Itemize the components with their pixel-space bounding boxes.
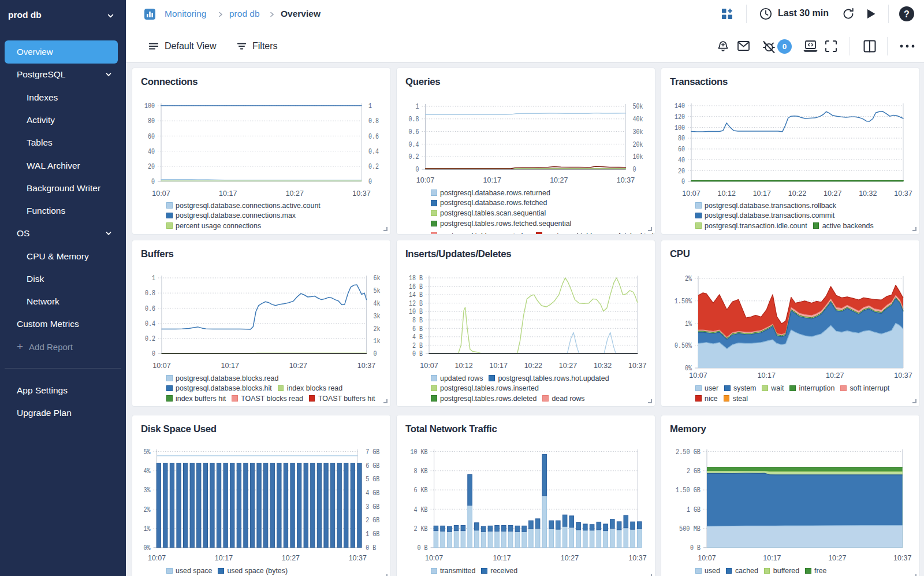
svg-text:10:37: 10:37 [628,554,646,562]
svg-text:10:37: 10:37 [894,371,912,380]
svg-text:0.4: 0.4 [368,147,379,156]
svg-text:1 GB: 1 GB [366,530,379,538]
svg-text:10:37: 10:37 [617,176,635,184]
svg-text:0.8: 0.8 [368,117,379,125]
svg-text:100: 100 [144,102,155,110]
svg-text:0 B: 0 B [418,544,428,552]
svg-text:0: 0 [633,165,636,174]
svg-text:10:32: 10:32 [859,189,877,198]
svg-text:100: 100 [675,124,685,132]
svg-text:10 KB: 10 KB [411,448,428,456]
svg-text:0: 0 [151,177,155,186]
svg-text:2 B: 2 B [412,341,423,350]
svg-text:0.6: 0.6 [145,304,155,313]
svg-text:10:07: 10:07 [148,554,166,562]
svg-text:80: 80 [148,117,155,125]
svg-text:2 GB: 2 GB [687,467,701,475]
svg-text:4%: 4% [144,467,151,475]
svg-text:0.2: 0.2 [409,153,419,161]
svg-text:16 B: 16 B [409,283,423,291]
svg-text:0.4: 0.4 [145,319,155,328]
svg-text:5%: 5% [144,448,151,456]
svg-text:10:07: 10:07 [425,554,443,562]
svg-text:10:22: 10:22 [524,362,542,370]
svg-text:1.50 GB: 1.50 GB [676,486,701,495]
svg-text:10:07: 10:07 [420,362,438,370]
svg-text:10:07: 10:07 [152,362,170,370]
svg-text:0%: 0% [144,544,151,552]
svg-text:1 GB: 1 GB [687,506,701,514]
svg-text:0.50%: 0.50% [675,341,692,350]
svg-text:10:27: 10:27 [286,189,304,198]
svg-text:10:17: 10:17 [753,189,771,198]
svg-text:10:37: 10:37 [628,362,646,370]
svg-text:10:27: 10:27 [282,554,300,562]
svg-text:10:27: 10:27 [828,554,846,562]
svg-text:40: 40 [678,156,685,165]
svg-text:1.50%: 1.50% [675,297,692,306]
svg-text:10:27: 10:27 [561,554,579,562]
svg-text:0.6: 0.6 [409,128,419,136]
svg-text:20: 20 [148,162,155,171]
svg-text:10:27: 10:27 [826,371,844,380]
svg-text:0.8: 0.8 [145,289,155,298]
svg-text:18 B: 18 B [409,274,423,283]
svg-text:30k: 30k [633,128,643,136]
svg-text:1: 1 [416,102,419,111]
svg-text:10:07: 10:07 [689,371,707,380]
svg-text:10k: 10k [633,153,643,161]
svg-text:0.6: 0.6 [368,132,379,141]
svg-text:50k: 50k [633,102,643,111]
svg-text:0.4: 0.4 [409,140,419,149]
svg-text:10:07: 10:07 [152,189,170,198]
svg-text:10:17: 10:17 [763,554,781,562]
svg-text:10:37: 10:37 [349,554,367,562]
svg-text:12 B: 12 B [409,299,423,308]
svg-text:2%: 2% [144,506,151,514]
svg-text:0.2: 0.2 [368,162,379,171]
svg-text:20: 20 [678,167,685,176]
svg-text:10:17: 10:17 [483,176,501,184]
svg-text:20k: 20k [633,140,643,149]
svg-text:0: 0 [681,177,685,186]
svg-text:6 B: 6 B [412,325,423,333]
svg-text:500 MB: 500 MB [679,525,701,533]
svg-text:10:07: 10:07 [698,554,716,562]
svg-text:1%: 1% [144,525,151,533]
svg-text:10:27: 10:27 [289,362,307,370]
svg-text:40k: 40k [633,115,643,124]
svg-text:2.50 GB: 2.50 GB [676,448,701,456]
svg-text:3k: 3k [374,312,381,321]
svg-text:10:37: 10:37 [352,189,370,198]
svg-text:0: 0 [416,165,419,174]
svg-text:10:27: 10:27 [559,362,577,370]
svg-text:1k: 1k [374,337,381,345]
svg-text:0: 0 [368,177,372,186]
svg-text:6 GB: 6 GB [366,462,379,470]
svg-text:2 GB: 2 GB [366,516,379,525]
svg-text:2k: 2k [374,325,381,333]
svg-text:10:17: 10:17 [219,189,237,198]
svg-text:10:37: 10:37 [893,554,911,562]
svg-text:4 KB: 4 KB [414,506,428,514]
svg-text:5k: 5k [374,287,381,295]
svg-text:1%: 1% [685,319,692,328]
svg-text:0 B: 0 B [366,544,376,552]
svg-text:10:22: 10:22 [788,189,806,198]
svg-text:10:17: 10:17 [758,371,776,380]
svg-text:3 GB: 3 GB [366,503,379,511]
svg-text:10:12: 10:12 [718,189,736,198]
svg-text:3%: 3% [144,486,151,495]
svg-text:0: 0 [374,350,377,358]
svg-text:10:17: 10:17 [221,362,239,370]
svg-text:0: 0 [152,350,155,358]
svg-text:10:37: 10:37 [357,362,375,370]
svg-text:2%: 2% [685,274,692,283]
svg-text:140: 140 [675,102,685,110]
svg-text:1: 1 [152,274,155,283]
svg-text:8 B: 8 B [412,316,423,325]
svg-text:5 GB: 5 GB [366,475,379,484]
svg-text:10 B: 10 B [409,307,423,316]
svg-text:10:32: 10:32 [594,362,612,370]
svg-text:10:37: 10:37 [894,189,912,198]
